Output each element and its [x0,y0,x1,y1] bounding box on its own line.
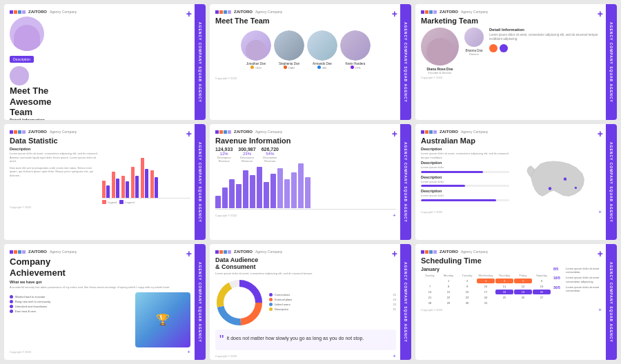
team-role-1: CEO [241,65,271,70]
slide6-content: Description Lorem ipsum dolor sit amet, … [421,147,602,208]
cal-cell: 6 [533,279,551,283]
rev-lbl-1b: Revenue [215,159,233,163]
cal-cell: 21 [421,295,439,300]
logo-5: ZAITORO Agency Company [215,130,396,134]
svg-point-1 [549,187,551,190]
side-label-3: AGENCY COMPANY SQUAB AGENCY [606,4,617,120]
slide9-content: January Sunday Monday Tuesday Wednesday … [421,267,602,305]
agency-text-4: Agency Company [50,130,77,134]
cal-cell: 3 [477,279,495,283]
day-sat: Saturday [533,274,551,277]
cal-cell: 26 [514,295,532,300]
logo-4: ZAITORO Agency Company [10,130,190,134]
cal-cell: 13 [533,284,551,289]
side-label-9: AGENCY COMPANY SQUAB AGENCY [606,244,617,360]
logo-text-5: ZAITORO [234,130,253,134]
side-label-7: AGENCY COMPANY SQUAB AGENCY [195,244,206,360]
copyright-6: Copyright © 2022+ [421,208,602,215]
desc-badge-1: Description [10,56,34,63]
slide-1: ZAITORO Agency Company + Description Mee… [4,4,206,120]
mkt-main-photo-3 [421,28,459,65]
cal-cell: 15 [440,290,457,294]
achievement-visual: 🏆 [135,292,190,347]
plus-icon-8[interactable]: + [392,248,397,259]
detail-heading-3: Detail Information [489,28,602,32]
cal-cell: 4 [495,279,513,283]
cal-cell: 23 [458,295,476,300]
plus-icon-7[interactable]: + [186,248,192,259]
plus-icon-2[interactable]: + [392,8,397,19]
plus-icon-9[interactable]: + [598,248,603,259]
logo-text-2: ZAITORO [234,10,253,14]
ach-item-4: Earn trust & care [10,310,131,313]
rev-stat-1: 124,933 12% Description Revenue [215,147,233,163]
logo-6: ZAITORO Agency Company [421,130,602,134]
sched-item-3: 30/5 Lorem ipsum dolor sit amet consecte… [553,285,602,292]
logo-text-6: ZAITORO [440,130,458,134]
logo-text-1: ZAITORO [28,10,47,14]
cal-cell: 1 [440,279,457,283]
team-photo-4 [340,30,371,61]
plus-icon-5[interactable]: + [392,128,397,139]
sched-item-2: 16/5 Lorem ipsum dolor sit amet consecte… [553,276,602,283]
donut-chart-8 [215,279,264,327]
person-silhouette: 🏆 [156,313,170,326]
slide6-left: Description Lorem ipsum dolor sit amet, … [421,147,509,208]
map-item-2: Description Lorem ipsum dolor [421,175,509,188]
rev-num-2: 300,987 [238,147,255,152]
team-photo-2 [274,30,304,61]
revenue-stats-5: 124,933 12% Description Revenue 300,987 … [215,147,396,163]
copyright-5: Copyright © 2022+ [215,211,396,219]
agency-text-6: Agency Company [461,130,488,134]
svg-point-2 [575,187,577,189]
cal-cell: 24 [477,295,495,300]
logo-text-9: ZAITORO [440,250,458,254]
legend-3: Linked users 23 [269,303,396,306]
logo-text-8: ZAITORO [234,250,253,254]
cal-cell: 10 [477,284,495,289]
side-label-8: AGENCY COMPANY SQUAB AGENCY [400,244,411,360]
calendar-section-9: January Sunday Monday Tuesday Wednesday … [421,267,551,305]
achievement-left-7: Worked hard to innovate Bring new tech t… [10,292,131,347]
team-role-2: CMO [274,65,304,70]
slide6-title: Australian Map [421,136,602,145]
copyright-4: Copyright © 2022 [10,204,190,209]
mkt-small-photo-1 [464,28,484,47]
slide7-title: CompanyAchievement [10,256,190,278]
australia-map-container [513,147,602,208]
sched-item-1: 8/5 Lorem ipsum dolor sit amet consectet… [553,267,602,274]
rev-stat-2: 300,987 23% Description Revenue [238,147,255,163]
map-desc-items: Description Lorem ipsum dolor Descriptio… [421,161,509,201]
cal-cell: 12 [514,284,532,289]
logo-7: ZAITORO Agency Company [10,250,190,254]
slide-9: ZAITORO Agency Company + Scheduling Time… [415,244,617,360]
desc-body-6: Lorem ipsum dolor sit amet, consectetur … [421,152,509,159]
copyright-9: Copyright © 2022+ [421,305,602,313]
team-role-3: MC [307,65,337,70]
achievement-content-7: Worked hard to innovate Bring new tech t… [10,292,190,347]
cal-cell: 5 [514,279,532,283]
plus-icon-4[interactable]: + [186,128,192,139]
detail-text-3: Lorem ipsum dolor sit amet, consectetur … [489,33,602,42]
plus-icon-6[interactable]: + [598,128,603,139]
mkt-side-section: Brianna Doe Director [464,28,484,56]
slide-8: ZAITORO Agency Company + Data Audience& … [210,244,411,360]
day-tue: Tuesday [458,274,476,277]
slide2-title: Meet The Team [215,17,396,25]
cal-cell: 30 [458,301,476,305]
cal-cell: 11 [495,284,513,289]
slide-7: ZAITORO Agency Company + CompanyAchievem… [4,244,206,360]
slide-3: ZAITORO Agency Company + Marketing Team … [415,4,617,120]
achievement-image-7: 🏆 [135,292,190,347]
desc-body-4: Lorem ipsum dolor sit amet, consectetur … [10,152,98,163]
plus-icon-1[interactable]: + [186,8,192,19]
cal-cell: 18 [495,290,513,294]
cal-cell [421,279,439,283]
cal-cell [495,301,513,305]
rev-num-1: 124,933 [215,147,233,152]
legend-2: External plans 24 [269,298,396,301]
logo-8: ZAITORO Agency Company [215,250,396,254]
day-wed: Wednesday [477,274,495,277]
cal-cell: 31 [477,301,495,305]
plus-icon-3[interactable]: + [598,8,603,19]
